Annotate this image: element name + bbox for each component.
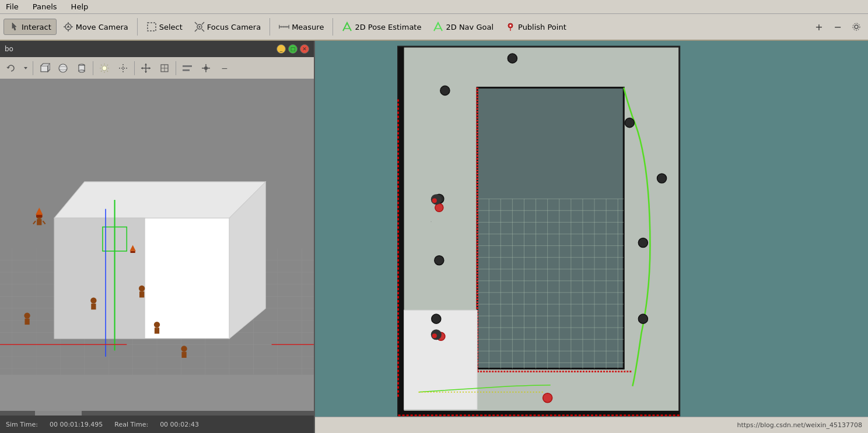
scrollbar-thumb[interactable] — [35, 411, 82, 416]
translate-button[interactable] — [137, 59, 155, 77]
svg-rect-64 — [91, 304, 96, 309]
svg-point-13 — [79, 70, 85, 72]
sun-button[interactable] — [96, 59, 113, 77]
publish-point-label: Publish Point — [518, 23, 566, 31]
move-camera-icon — [63, 22, 74, 32]
nav-goal-button[interactable]: 2D Nav Goal — [428, 19, 499, 35]
pose-estimate-icon — [342, 22, 352, 32]
svg-point-69 — [181, 346, 187, 351]
interact-label: Interact — [22, 23, 51, 31]
svg-rect-60 — [139, 291, 144, 297]
toolbar-right-controls: + − — [811, 19, 864, 35]
svg-point-125 — [432, 198, 437, 203]
svg-point-120 — [638, 314, 648, 323]
select-button[interactable]: Select — [141, 19, 188, 35]
focus-camera-button[interactable]: Focus Camera — [189, 19, 266, 35]
svg-rect-81 — [477, 87, 624, 368]
svg-point-61 — [154, 322, 160, 328]
svg-rect-8 — [41, 66, 48, 72]
pose-estimate-button[interactable]: 2D Pose Estimate — [337, 19, 426, 35]
pattern-button[interactable] — [114, 59, 132, 77]
cylinder-shape-button[interactable] — [73, 59, 90, 77]
svg-point-7 — [853, 23, 860, 30]
add-button[interactable]: + — [811, 19, 827, 35]
measure-button[interactable]: Measure — [274, 19, 329, 35]
svg-point-118 — [432, 314, 441, 323]
sphere-shape-button[interactable] — [54, 59, 72, 77]
svg-point-112 — [440, 86, 450, 95]
separator-2 — [270, 18, 270, 36]
gz-sep-1 — [33, 61, 33, 75]
svg-point-9 — [59, 64, 67, 72]
measure-label: Measure — [292, 23, 324, 31]
gz-sep-2 — [93, 61, 93, 75]
svg-point-3 — [198, 26, 200, 28]
svg-point-127 — [432, 333, 437, 338]
url-display: https://blog.csdn.net/weixin_45137708 — [737, 421, 862, 429]
svg-marker-47 — [54, 182, 265, 218]
svg-point-59 — [139, 286, 145, 291]
close-button[interactable]: ✕ — [300, 44, 309, 54]
status-bar: Sim Time: 00 00:01:19.495 Real Time: 00 … — [0, 416, 314, 433]
svg-point-63 — [90, 298, 96, 304]
pose-estimate-label: 2D Pose Estimate — [355, 23, 421, 31]
focus-camera-icon — [194, 22, 205, 32]
bottom-bar: https://blog.csdn.net/weixin_45137708 — [315, 417, 868, 433]
svg-rect-72 — [36, 215, 42, 217]
select-icon — [146, 22, 157, 32]
gazebo-panel: bo _ □ ✕ — [0, 41, 315, 433]
gazebo-title: bo — [5, 45, 13, 53]
sim-time-label: Sim Time: — [6, 421, 38, 428]
gazebo-inner-toolbar: − — [0, 57, 314, 79]
svg-point-6 — [855, 25, 858, 29]
separator-3 — [332, 18, 333, 36]
separator-1 — [137, 18, 138, 36]
svg-point-5 — [510, 25, 512, 27]
real-time-label: Real Time: — [114, 421, 148, 428]
svg-rect-18 — [183, 65, 192, 67]
move-camera-button[interactable]: Move Camera — [58, 19, 134, 35]
help-menu[interactable]: Help — [68, 1, 92, 12]
gz-sep-4 — [176, 61, 176, 75]
svg-point-123 — [543, 393, 552, 403]
menu-bar: File Panels Help — [0, 0, 868, 14]
publish-point-icon — [505, 22, 516, 32]
gz-sep-3 — [134, 61, 135, 75]
svg-point-114 — [625, 118, 634, 128]
file-menu[interactable]: File — [2, 1, 22, 12]
sim-time-value: 00 00:01:19.495 — [50, 421, 103, 428]
interact-button[interactable]: Interact — [4, 19, 57, 35]
snap-button[interactable] — [197, 59, 215, 77]
undo-button[interactable] — [2, 59, 20, 77]
map-svg: . — [315, 41, 868, 433]
maximize-button[interactable]: □ — [288, 44, 298, 54]
extra-button[interactable]: − — [216, 59, 233, 77]
panels-menu[interactable]: Panels — [29, 1, 61, 12]
publish-point-button[interactable]: Publish Point — [500, 19, 572, 35]
measure-icon — [279, 22, 289, 32]
rviz-panel: . https://blog.csdn.net/weixin_45137708 — [315, 41, 868, 433]
minimize-button[interactable]: _ — [276, 44, 286, 54]
undo-dropdown[interactable] — [21, 59, 30, 77]
main-toolbar: Interact Move Camera Select — [0, 14, 868, 41]
svg-point-113 — [508, 54, 517, 63]
settings-button[interactable] — [848, 19, 864, 35]
3d-viewport[interactable]: ✕ — [0, 79, 314, 416]
svg-rect-56 — [37, 219, 41, 225]
svg-rect-111 — [404, 310, 478, 410]
align-button[interactable] — [178, 59, 196, 77]
scale-button[interactable] — [156, 59, 173, 77]
svg-point-20 — [204, 66, 208, 70]
svg-rect-77 — [398, 47, 404, 416]
svg-point-119 — [638, 238, 648, 248]
svg-rect-74 — [130, 251, 135, 253]
interact-icon — [9, 22, 19, 32]
svg-point-115 — [657, 174, 667, 183]
window-controls: _ □ ✕ — [276, 44, 309, 54]
scrollbar-track — [0, 411, 314, 416]
box-shape-button[interactable] — [36, 59, 53, 77]
minus-button[interactable]: − — [830, 19, 846, 35]
nav-goal-label: 2D Nav Goal — [446, 23, 494, 31]
svg-point-14 — [102, 66, 107, 71]
focus-camera-label: Focus Camera — [207, 23, 261, 31]
